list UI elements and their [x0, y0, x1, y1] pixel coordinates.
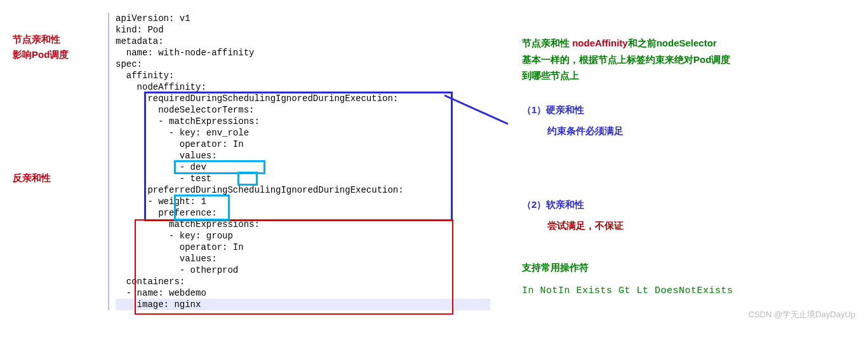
code-line: name: with-node-affinity	[116, 47, 490, 58]
code-line: preferredDuringSchedulingIgnoredDuringEx…	[116, 184, 490, 196]
soft-affinity-title: （2）软亲和性	[522, 199, 584, 210]
code-line: - test	[116, 173, 490, 184]
code-line-active: image: nginx	[116, 299, 490, 310]
code-line: affinity:	[116, 70, 490, 81]
yaml-code-block: apiVersion: v1 kind: Pod metadata: name:…	[108, 13, 490, 310]
operators-title: 支持常用操作符	[522, 262, 589, 273]
soft-affinity-sub: 尝试满足，不保证	[547, 217, 865, 234]
code-line: nodeAffinity:	[116, 81, 490, 93]
label-node-affinity: 节点亲和性 影响Pod调度	[13, 32, 108, 62]
code-line: - otherprod	[116, 264, 490, 276]
left-annotations: 节点亲和性 影响Pod调度 反亲和性	[13, 13, 108, 186]
code-line: operator: In	[116, 242, 490, 253]
code-line: spec:	[116, 58, 490, 70]
code-line: - weight: 1	[116, 196, 490, 207]
soft-affinity-section: （2）软亲和性 尝试满足，不保证	[522, 196, 865, 234]
code-line: - key: env_role	[116, 127, 490, 139]
code-line: containers:	[116, 276, 490, 287]
code-line: matchExpressions:	[116, 219, 490, 230]
code-line: values:	[116, 253, 490, 264]
label-anti-affinity: 反亲和性	[13, 170, 108, 186]
description-block: 节点亲和性 nodeAffinity和之前nodeSelector 基本一样的，…	[522, 35, 865, 84]
code-line: - key: group	[116, 230, 490, 242]
code-line: - dev	[116, 161, 490, 173]
watermark: CSDN @学无止境DayDayUp	[749, 309, 856, 320]
hard-affinity-title: （1）硬亲和性	[522, 104, 584, 115]
hard-affinity-section: （1）硬亲和性 约束条件必须满足	[522, 102, 865, 139]
code-line: apiVersion: v1	[116, 13, 490, 24]
code-line: - name: webdemo	[116, 287, 490, 299]
code-line: preference:	[116, 207, 490, 219]
hard-affinity-sub: 约束条件必须满足	[547, 123, 865, 139]
code-line: kind: Pod	[116, 24, 490, 36]
code-line: - matchExpressions:	[116, 116, 490, 127]
code-line: nodeSelectorTerms:	[116, 104, 490, 116]
code-line: values:	[116, 150, 490, 161]
code-line: operator: In	[116, 139, 490, 150]
code-line: metadata:	[116, 36, 490, 47]
code-line: requiredDuringSchedulingIgnoredDuringExe…	[116, 93, 490, 104]
right-annotations: 节点亲和性 nodeAffinity和之前nodeSelector 基本一样的，…	[522, 13, 865, 299]
operators-section: 支持常用操作符 In NotIn Exists Gt Lt DoesNotExi…	[522, 259, 865, 299]
operators-list: In NotIn Exists Gt Lt DoesNotExists	[522, 283, 865, 299]
